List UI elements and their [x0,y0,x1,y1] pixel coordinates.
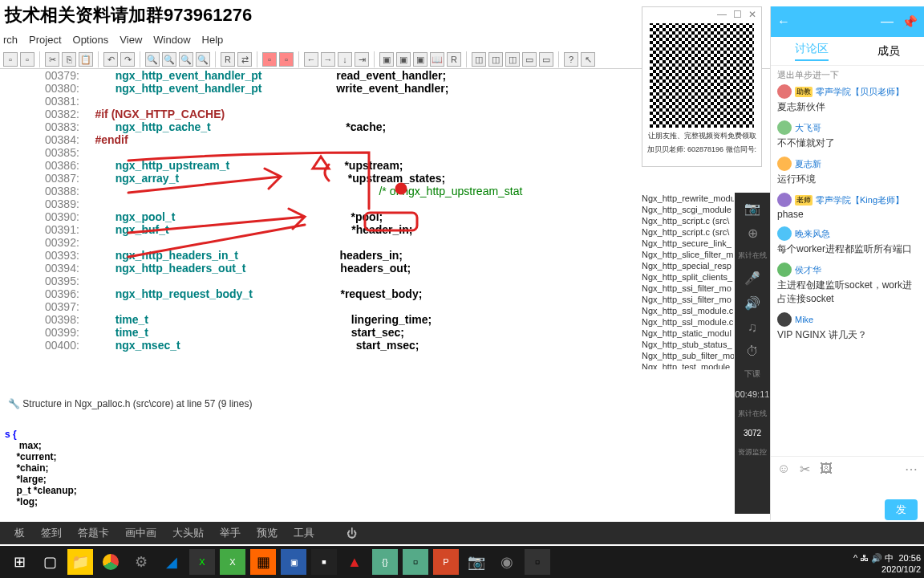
tb-win2[interactable]: ▣ [396,52,411,67]
explorer-icon[interactable]: 📁 [67,549,93,575]
max-icon[interactable]: ☐ [733,9,742,22]
tb-find3[interactable]: 🔍 [179,52,193,67]
bb-举手[interactable]: 举手 [220,526,241,540]
tb-cursor[interactable]: ↖ [581,52,595,67]
menu-help[interactable]: Help [202,34,224,51]
tb-help[interactable]: ? [564,52,578,67]
tb-win1[interactable]: ▣ [379,52,394,67]
tb-lay4[interactable]: ▭ [522,52,537,67]
scissors-icon[interactable]: ✂ [800,462,810,477]
tb-up[interactable]: ↓ [338,52,352,67]
tb-nav[interactable]: ⇄ [237,52,252,67]
ime-indicator[interactable]: 中 [885,553,894,563]
tree-item[interactable]: Ngx_http_special_resp [642,260,734,271]
tree-item[interactable]: Ngx_http_secure_link_ [642,238,734,249]
more-icon[interactable]: ⋯ [905,462,918,477]
tb-jump[interactable]: ⇥ [355,52,369,67]
vm-icon[interactable]: ▣ [281,549,306,575]
chat-input[interactable] [777,483,918,495]
system-tray[interactable]: ^ 🖧 🔊 中 20:56 2020/10/2 [853,552,921,575]
tb-redo[interactable]: ↷ [120,52,135,67]
tab-discuss[interactable]: 讨论区 [795,42,829,61]
app1-icon[interactable]: ▦ [250,549,276,575]
back-icon[interactable]: ← [777,14,790,29]
taskview-icon[interactable]: ▢ [37,549,63,575]
tray-vol-icon[interactable]: 🔊 [871,553,882,563]
cam-icon[interactable]: 📷 [744,201,760,216]
chrome-icon[interactable] [98,549,124,575]
close-icon[interactable]: ✕ [748,9,756,22]
vol-icon[interactable]: 🔊 [744,295,760,311]
bb-答题卡[interactable]: 答题卡 [78,526,109,540]
bb-签到[interactable]: 签到 [41,526,62,540]
tb-bm1[interactable]: ▫ [262,52,277,67]
send-button[interactable]: 发 [885,499,918,520]
menu-view[interactable]: View [120,34,142,51]
menu-project[interactable]: Project [29,34,61,51]
tree-item[interactable]: Ngx_http_ssl_module.c [642,316,734,328]
term-icon[interactable]: ▪ [311,549,337,575]
tb-undo[interactable]: ↶ [103,52,118,67]
tb-back[interactable]: ← [304,52,318,67]
tb-new[interactable]: ▫ [3,52,18,67]
timer-icon[interactable]: ⏱ [746,344,759,359]
min-icon[interactable]: — [717,9,727,22]
tb-win3[interactable]: ▣ [413,52,428,67]
tree-item[interactable]: Ngx_http_script.c (src\ [642,215,734,226]
tb-lay2[interactable]: ◫ [488,52,503,67]
tree-item[interactable]: Ngx_http_split_clients_ [642,271,734,283]
emoji-icon[interactable]: ☺ [777,462,790,477]
menu-rch[interactable]: rch [3,34,18,51]
bb-工具[interactable]: 工具 [294,526,314,540]
file-tree[interactable]: Ngx_http_rewrite_moduNgx_http_scgi_modul… [642,193,734,369]
obs-icon[interactable]: ◉ [494,549,520,575]
tb-ref2[interactable]: R [447,52,461,67]
end-class[interactable]: 下课 [744,368,760,380]
tree-item[interactable]: Ngx_http_ssi_filter_mo [642,294,734,305]
tree-item[interactable]: Ngx_http_ssi_filter_mo [642,283,734,294]
app2-icon[interactable]: ▫ [525,549,550,575]
tree-item[interactable]: Ngx_http_test_module [642,361,734,369]
ppt-icon[interactable]: P [433,549,459,575]
wps-icon[interactable]: ▫ [403,549,428,575]
image-icon[interactable]: 🖼 [820,462,833,477]
tab-members[interactable]: 成员 [877,44,900,59]
tree-item[interactable]: Ngx_http_rewrite_modu [642,193,734,204]
pin-icon[interactable]: 📌 [902,14,918,30]
settings-icon[interactable]: ⚙ [128,549,154,575]
tree-item[interactable]: Ngx_http_slice_filter_m [642,249,734,260]
bb-板[interactable]: 板 [14,526,25,540]
tb-lay5[interactable]: ▭ [539,52,553,67]
start-icon[interactable]: ⊞ [6,549,32,575]
tb-ref[interactable]: R [221,52,235,67]
menu-options[interactable]: Options [73,34,109,51]
tb-cut[interactable]: ✂ [45,52,59,67]
bb-预览[interactable]: 预览 [257,526,278,540]
pdf-icon[interactable]: ▲ [342,549,367,575]
music-icon[interactable]: ♫ [748,320,757,335]
tb-fwd[interactable]: → [321,52,335,67]
vscode-icon[interactable]: ◢ [159,549,184,575]
tb-copy[interactable]: ⎘ [62,52,76,67]
min2-icon[interactable]: — [881,14,894,29]
tb-find4[interactable]: 🔍 [196,52,210,67]
tb-find2[interactable]: 🔍 [162,52,176,67]
tb-lay1[interactable]: ◫ [472,52,486,67]
bb-画中画[interactable]: 画中画 [125,526,156,540]
tree-item[interactable]: Ngx_http_script.c (src\ [642,226,734,238]
xftp-icon[interactable]: X [220,549,245,575]
tb-lay3[interactable]: ◫ [505,52,520,67]
tree-item[interactable]: Ngx_http_static_modul [642,328,734,339]
add-icon[interactable]: ⊕ [748,226,758,241]
tree-item[interactable]: Ngx_http_ssl_module.c [642,305,734,316]
menu-window[interactable]: Window [153,34,190,51]
tb-find[interactable]: 🔍 [145,52,160,67]
bb-大头贴[interactable]: 大头贴 [172,526,204,540]
chat-list[interactable]: 助教 零声学院【贝贝老师】夏志新伙伴大飞哥不不懂就对了夏志新运行环境老师 零声学… [771,84,924,456]
tree-item[interactable]: Ngx_http_sub_filter_mo [642,350,734,361]
tb-book[interactable]: 📖 [430,52,444,67]
tree-item[interactable]: Ngx_http_scgi_module [642,204,734,215]
xshell-icon[interactable]: X [189,549,215,575]
tb-bm2[interactable]: ▫ [279,52,294,67]
si-icon[interactable]: {} [372,549,398,575]
